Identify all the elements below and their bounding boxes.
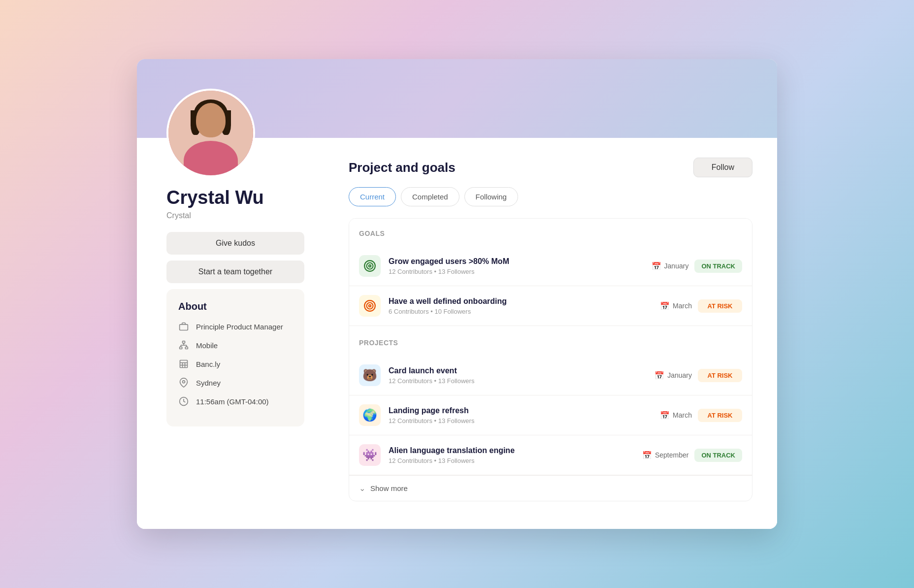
svg-point-20 [369,305,371,307]
project-3-meta: 12 Contributors • 13 Followers [389,457,634,464]
goal-item-1[interactable]: Grow engaged users >80% MoM 12 Contribut… [349,246,752,286]
projects-label: Projects [359,339,742,347]
goal-2-icon [359,295,381,317]
goal-2-status: AT RISK [698,299,742,313]
time-text: 11:56am (GMT-04:00) [196,397,269,406]
about-time: 11:56am (GMT-04:00) [178,396,293,407]
project-3-name: Alien language translation engine [389,446,634,455]
goal-1-right: 📅 January ON TRACK [652,260,742,273]
chevron-down-icon: ⌄ [359,484,365,493]
goal-1-meta: 12 Contributors • 13 Followers [389,268,644,275]
location-text: Sydney [196,379,221,387]
goal-1-name: Grow engaged users >80% MoM [389,257,644,266]
tabs-container: Current Completed Following [349,187,752,206]
give-kudos-button[interactable]: Give kudos [166,232,304,255]
goal-1-date: 📅 January [652,261,689,271]
project-3-date: 📅 September [642,451,688,460]
goal-2-info: Have a well defined onboarding 6 Contrib… [389,297,652,315]
goals-projects-container: Goals Grow engaged users >80% MoM 12 Con… [349,218,752,501]
project-2-icon: 🌍 [359,404,381,426]
org-icon [178,340,189,351]
panel-header: Project and goals Follow [349,158,752,177]
svg-rect-3 [185,347,188,349]
svg-rect-2 [180,347,182,349]
project-2-info: Landing page refresh 12 Contributors • 1… [389,406,652,425]
projects-section-divider: Projects [349,326,752,356]
role-text: Principle Product Manager [196,323,283,331]
svg-rect-8 [180,360,188,368]
show-more-label: Show more [370,484,408,492]
project-1-status: AT RISK [698,369,742,382]
goal-1-status: ON TRACK [694,260,742,273]
svg-point-16 [367,263,373,269]
goal-2-name: Have a well defined onboarding [389,297,652,306]
tab-current[interactable]: Current [349,187,396,206]
about-company: Banc.ly [178,359,293,369]
about-location: Sydney [178,377,293,388]
project-2-status: AT RISK [698,409,742,422]
calendar-icon-3: 📅 [654,371,664,380]
project-1-date: 📅 January [654,371,692,380]
project-3-icon: 👾 [359,444,381,466]
project-2-date: 📅 March [660,411,692,420]
goals-label: Goals [359,229,742,237]
avatar [166,89,255,177]
project-item-3[interactable]: 👾 Alien language translation engine 12 C… [349,435,752,475]
project-2-meta: 12 Contributors • 13 Followers [389,417,652,425]
user-handle: Crystal [166,211,304,220]
goal-2-right: 📅 March AT RISK [660,299,742,313]
project-1-info: Card launch event 12 Contributors • 13 F… [389,366,647,385]
clock-icon [178,396,189,407]
follow-button[interactable]: Follow [693,158,752,177]
project-3-status: ON TRACK [694,449,742,462]
project-1-right: 📅 January AT RISK [654,369,742,382]
avatar-image [168,91,253,175]
project-item-1[interactable]: 🐻 Card launch event 12 Contributors • 13… [349,356,752,395]
svg-rect-1 [183,341,185,343]
about-dept: Mobile [178,340,293,351]
avatar-head [196,103,226,137]
project-2-right: 📅 March AT RISK [660,409,742,422]
goal-1-info: Grow engaged users >80% MoM 12 Contribut… [389,257,644,275]
about-section: About Principle Product Manager [166,289,304,426]
project-3-right: 📅 September ON TRACK [642,449,742,462]
building-icon [178,359,189,369]
panel-title: Project and goals [349,160,456,175]
tab-following[interactable]: Following [464,187,518,206]
project-1-name: Card launch event [389,366,647,375]
avatar-body [184,141,238,175]
calendar-icon-4: 📅 [660,411,670,420]
app-window: Crystal Wu Crystal Give kudos Start a te… [137,59,777,529]
user-name: Crystal Wu [166,187,304,208]
about-title: About [178,301,293,312]
start-team-button[interactable]: Start a team together [166,261,304,283]
goals-section-divider: Goals [349,219,752,246]
about-role: Principle Product Manager [178,321,293,332]
briefcase-icon [178,321,189,332]
goal-2-meta: 6 Contributors • 10 Followers [389,308,652,315]
sidebar-body: Crystal Wu Crystal Give kudos Start a te… [166,187,304,426]
goal-item-2[interactable]: Have a well defined onboarding 6 Contrib… [349,286,752,326]
calendar-icon: 📅 [652,261,661,271]
main-content: Crystal Wu Crystal Give kudos Start a te… [137,138,777,529]
svg-rect-0 [180,325,188,330]
svg-point-17 [369,265,371,267]
project-2-name: Landing page refresh [389,406,652,415]
project-item-2[interactable]: 🌍 Landing page refresh 12 Contributors •… [349,395,752,435]
dept-text: Mobile [196,341,218,350]
avatar-wrapper [166,89,255,177]
svg-point-13 [183,381,185,383]
project-3-info: Alien language translation engine 12 Con… [389,446,634,464]
right-panel: Project and goals Follow Current Complet… [324,138,777,529]
project-1-meta: 12 Contributors • 13 Followers [389,377,647,385]
sidebar: Crystal Wu Crystal Give kudos Start a te… [137,138,324,529]
location-icon [178,377,189,388]
company-text: Banc.ly [196,360,220,368]
goal-1-icon [359,255,381,277]
project-1-icon: 🐻 [359,364,381,386]
svg-point-19 [367,303,373,309]
goal-2-date: 📅 March [660,301,692,311]
calendar-icon-5: 📅 [642,451,652,460]
show-more-button[interactable]: ⌄ Show more [349,475,752,501]
tab-completed[interactable]: Completed [401,187,459,206]
